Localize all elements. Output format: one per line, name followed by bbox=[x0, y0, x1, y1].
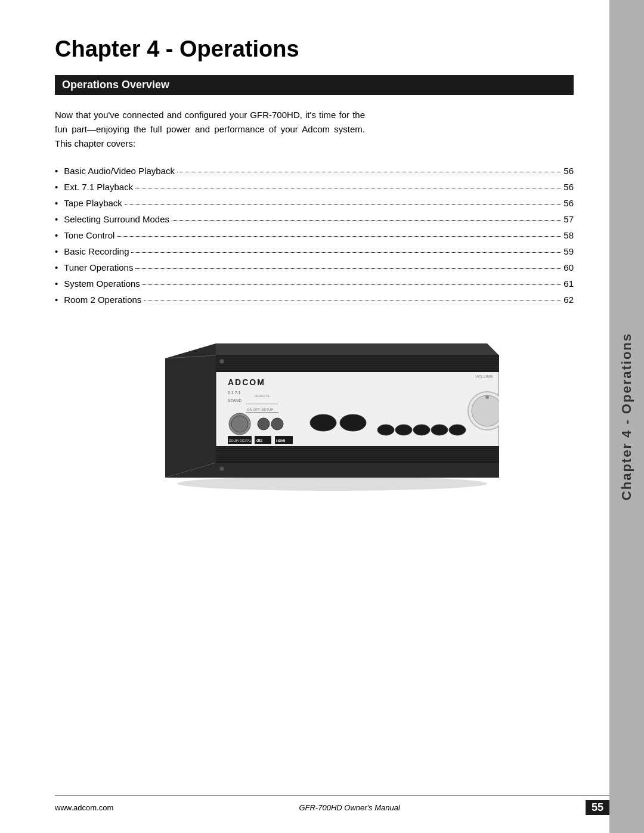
body-text: Now that you've connected and configured… bbox=[55, 108, 365, 151]
svg-text:HDMI: HDMI bbox=[276, 439, 286, 442]
toc-item: Room 2 Operations62 bbox=[55, 292, 574, 308]
chapter-title: Chapter 4 - Operations bbox=[55, 36, 574, 63]
toc-page-number: 61 bbox=[564, 275, 574, 292]
toc-label: Selecting Surround Modes bbox=[64, 211, 169, 227]
toc-page-number: 56 bbox=[564, 179, 574, 195]
footer-page-number: 55 bbox=[586, 800, 609, 815]
toc-item: Tuner Operations60 bbox=[55, 259, 574, 275]
toc-item: Tone Control58 bbox=[55, 227, 574, 243]
toc-page-number: 59 bbox=[564, 243, 574, 259]
svg-rect-25 bbox=[246, 404, 278, 404]
toc-page-number: 56 bbox=[564, 163, 574, 179]
device-svg: ADCOM 6.1 7.1 STAND ON OFF SETUP REMOTE bbox=[129, 326, 499, 493]
svg-point-36 bbox=[395, 425, 412, 435]
svg-text:VOLUME: VOLUME bbox=[475, 374, 493, 379]
device-image: ADCOM 6.1 7.1 STAND ON OFF SETUP REMOTE bbox=[55, 326, 574, 493]
svg-point-33 bbox=[310, 414, 336, 431]
chapter-tab-text: Chapter 4 - Operations bbox=[619, 333, 634, 500]
svg-marker-1 bbox=[165, 343, 216, 478]
svg-point-39 bbox=[449, 425, 466, 435]
toc-page-number: 62 bbox=[564, 292, 574, 308]
svg-point-31 bbox=[258, 418, 270, 430]
toc-label: Basic Recording bbox=[64, 243, 129, 259]
footer-manual-title: GFR-700HD Owner's Manual bbox=[299, 803, 400, 812]
svg-text:DOLBY DIGITAL: DOLBY DIGITAL bbox=[229, 439, 252, 442]
svg-point-38 bbox=[431, 425, 448, 435]
section-header: Operations Overview bbox=[55, 75, 574, 95]
svg-text:ADCOM: ADCOM bbox=[228, 377, 265, 387]
toc-label: Tuner Operations bbox=[64, 259, 133, 275]
page-footer: www.adcom.com GFR-700HD Owner's Manual 5… bbox=[55, 795, 609, 815]
svg-point-53 bbox=[219, 359, 224, 364]
toc-page-number: 58 bbox=[564, 227, 574, 243]
toc-label: Ext. 7.1 Playback bbox=[64, 179, 133, 195]
chapter-tab: Chapter 4 - Operations bbox=[609, 0, 644, 833]
svg-point-32 bbox=[271, 418, 283, 430]
svg-text:6.1     7.1: 6.1 7.1 bbox=[228, 391, 241, 395]
svg-marker-50 bbox=[165, 463, 499, 478]
toc-page-number: 56 bbox=[564, 195, 574, 211]
svg-point-41 bbox=[472, 395, 499, 426]
svg-text:dts: dts bbox=[256, 438, 263, 442]
svg-point-34 bbox=[340, 414, 366, 431]
toc-item: Basic Audio/Video Playback56 bbox=[55, 163, 574, 179]
svg-rect-27 bbox=[246, 412, 278, 413]
svg-point-42 bbox=[485, 395, 489, 399]
main-content: Chapter 4 - Operations Operations Overvi… bbox=[55, 0, 609, 833]
svg-text:REMOTE: REMOTE bbox=[255, 394, 270, 398]
toc-label: Room 2 Operations bbox=[64, 292, 141, 308]
toc-label: Tape Playback bbox=[64, 195, 122, 211]
toc-item: Selecting Surround Modes57 bbox=[55, 211, 574, 227]
footer-website: www.adcom.com bbox=[55, 803, 113, 812]
svg-marker-2 bbox=[216, 343, 499, 355]
toc-label: Tone Control bbox=[64, 227, 114, 243]
toc-list: Basic Audio/Video Playback56Ext. 7.1 Pla… bbox=[55, 163, 574, 308]
svg-text:STAND: STAND bbox=[228, 398, 242, 402]
svg-point-30 bbox=[231, 416, 248, 432]
svg-point-0 bbox=[177, 476, 487, 491]
svg-text:ON  OFF  SETUP: ON OFF SETUP bbox=[247, 408, 273, 411]
toc-page-number: 60 bbox=[564, 259, 574, 275]
svg-point-37 bbox=[413, 425, 430, 435]
toc-item: Ext. 7.1 Playback56 bbox=[55, 179, 574, 195]
toc-item: Tape Playback56 bbox=[55, 195, 574, 211]
toc-page-number: 57 bbox=[564, 211, 574, 227]
svg-point-35 bbox=[377, 425, 394, 435]
toc-label: Basic Audio/Video Playback bbox=[64, 163, 175, 179]
toc-item: Basic Recording59 bbox=[55, 243, 574, 259]
toc-label: System Operations bbox=[64, 275, 140, 292]
svg-point-52 bbox=[219, 466, 224, 471]
toc-item: System Operations61 bbox=[55, 275, 574, 292]
page-container: Chapter 4 - Operations Chapter 4 - Opera… bbox=[0, 0, 644, 833]
